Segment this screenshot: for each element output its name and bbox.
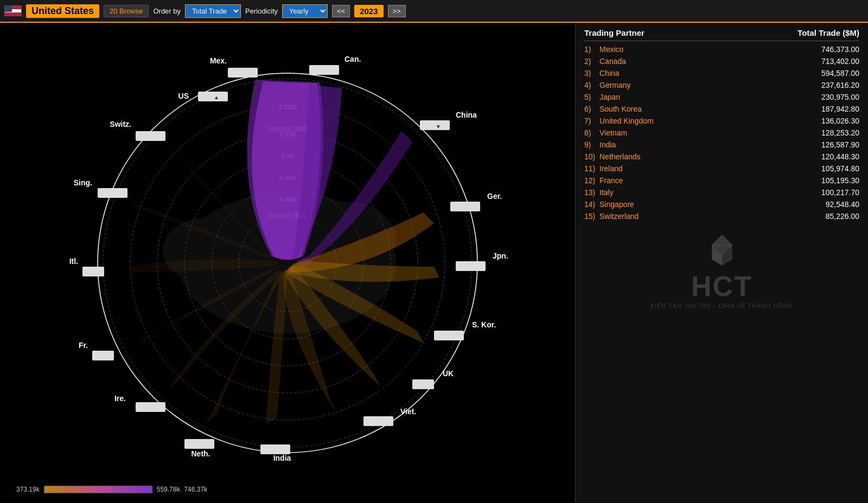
svg-text:Can.: Can. — [344, 55, 361, 63]
trade-row-name: Vietnam — [599, 128, 794, 137]
svg-text:Viet.: Viet. — [400, 407, 416, 416]
trade-row-value: 105,195.30 — [794, 176, 859, 185]
trade-row-rank: 4) — [584, 81, 599, 89]
svg-rect-29 — [260, 444, 290, 454]
prev-button[interactable]: << — [332, 5, 350, 17]
trade-row-rank: 10) — [584, 152, 599, 161]
trade-row-value: 105,974.80 — [794, 164, 859, 173]
top-bar: United States 20 Browse Order by Total T… — [0, 0, 868, 23]
trade-row-rank: 3) — [584, 69, 599, 78]
table-row: 9) India 126,587.90 — [584, 139, 859, 151]
svg-text:US: US — [178, 92, 189, 100]
trade-row-value: 126,587.90 — [794, 140, 859, 149]
hct-diamond-icon — [706, 233, 738, 266]
periodicity-select[interactable]: Yearly Monthly — [282, 4, 328, 18]
svg-rect-33 — [82, 267, 104, 276]
trade-row-name: Switzerland — [599, 212, 794, 221]
svg-text:▼: ▼ — [436, 124, 441, 130]
svg-rect-28 — [363, 416, 393, 426]
table-row: 11) Ireland 105,974.80 — [584, 163, 859, 175]
svg-text:UK: UK — [443, 369, 454, 378]
trade-row-name: Canada — [599, 57, 794, 66]
trade-row-name: South Korea — [599, 105, 794, 113]
trade-row-value: 120,448.30 — [794, 152, 859, 161]
table-header: Trading Partner Total Trade ($M) — [584, 28, 859, 41]
trade-row-rank: 8) — [584, 128, 599, 137]
order-by-label: Order by — [153, 7, 181, 15]
trade-row-name: India — [599, 140, 794, 149]
table-row: 6) South Korea 187,942.80 — [584, 103, 859, 115]
svg-text:Mex.: Mex. — [210, 56, 227, 65]
trade-row-rank: 15) — [584, 212, 599, 221]
svg-text:▲: ▲ — [214, 94, 219, 100]
trade-row-value: 746,373.00 — [794, 45, 859, 54]
table-row: 7) United Kingdom 136,026.30 — [584, 115, 859, 127]
trade-row-rank: 7) — [584, 117, 599, 125]
trade-row-rank: 12) — [584, 176, 599, 185]
trade-row-rank: 9) — [584, 140, 599, 149]
trade-row-name: Singapore — [599, 200, 794, 209]
trade-row-value: 92,548.40 — [794, 200, 859, 209]
trade-row-value: 230,975.00 — [794, 93, 859, 101]
trade-row-value: 594,587.00 — [794, 69, 859, 78]
country-flag — [4, 5, 22, 16]
trade-row-value: 237,616.20 — [794, 81, 859, 89]
svg-rect-25 — [456, 261, 486, 271]
table-row: 14) Singapore 92,548.40 — [584, 198, 859, 210]
svg-text:Sing.: Sing. — [74, 178, 92, 187]
trade-row-rank: 11) — [584, 164, 599, 173]
svg-text:Switz.: Switz. — [110, 120, 131, 128]
svg-rect-34 — [98, 188, 127, 198]
svg-rect-26 — [434, 331, 464, 340]
svg-text:China: China — [456, 111, 477, 119]
legend-min: 373.19k — [16, 486, 40, 493]
table-row: 1) Mexico 746,373.00 — [584, 43, 859, 55]
svg-text:S. Kor.: S. Kor. — [472, 320, 496, 329]
svg-rect-31 — [136, 402, 165, 412]
trade-row-name: Italy — [599, 188, 794, 197]
svg-rect-24 — [450, 202, 480, 211]
trade-row-name: United Kingdom — [599, 117, 794, 125]
browse-button[interactable]: 20 Browse — [104, 5, 149, 17]
trade-row-rank: 5) — [584, 93, 599, 101]
logo-area: HCT KIẾN TẠO GIÁ TRỊ – CHIA SẺ THÀNH CÔN… — [584, 233, 859, 309]
table-row: 4) Germany 237,616.20 — [584, 79, 859, 91]
svg-rect-21 — [228, 68, 258, 78]
country-name: United States — [26, 4, 99, 18]
order-by-select[interactable]: Total Trade Imports Exports — [185, 4, 241, 18]
svg-rect-20 — [198, 92, 228, 101]
table-row: 10) Netherlands 120,448.30 — [584, 151, 859, 163]
hct-logo-text: HCT — [691, 270, 752, 302]
trade-row-value: 713,402.00 — [794, 57, 859, 66]
table-header-partner: Trading Partner — [584, 28, 644, 37]
svg-text:Ire.: Ire. — [114, 394, 126, 403]
svg-rect-35 — [136, 131, 165, 141]
table-row: 13) Italy 100,217.70 — [584, 186, 859, 198]
trade-row-rank: 13) — [584, 188, 599, 197]
svg-text:Itl.: Itl. — [69, 257, 78, 266]
trade-row-rank: 6) — [584, 105, 599, 113]
table-row: 15) Switzerland 85,226.00 — [584, 210, 859, 222]
table-row: 5) Japan 230,975.00 — [584, 91, 859, 103]
trade-row-name: Netherlands — [599, 152, 794, 161]
svg-text:Jpn.: Jpn. — [493, 252, 508, 260]
trade-row-rank: 2) — [584, 57, 599, 66]
trade-row-name: Ireland — [599, 164, 794, 173]
right-panel: Trading Partner Total Trade ($M) 1) Mexi… — [575, 23, 868, 503]
trade-row-rank: 1) — [584, 45, 599, 54]
table-row: 3) China 594,587.00 — [584, 67, 859, 79]
trade-row-name: Mexico — [599, 45, 794, 54]
svg-text:Fr.: Fr. — [79, 341, 88, 350]
trade-row-name: France — [599, 176, 794, 185]
hct-subtitle: KIẾN TẠO GIÁ TRỊ – CHIA SẺ THÀNH CÔNG — [650, 302, 793, 309]
svg-rect-27 — [412, 379, 434, 389]
year-display: 2023 — [354, 5, 383, 17]
legend-bar: 373.19k 559.78k 746.37k — [16, 486, 207, 493]
legend-gradient — [44, 486, 152, 493]
trade-row-name: Japan — [599, 93, 794, 101]
trade-row-value: 128,253.20 — [794, 128, 859, 137]
trade-row-name: China — [599, 69, 794, 78]
trade-row-rank: 14) — [584, 200, 599, 209]
trade-row-value: 187,942.80 — [794, 105, 859, 113]
next-button[interactable]: >> — [388, 5, 406, 17]
